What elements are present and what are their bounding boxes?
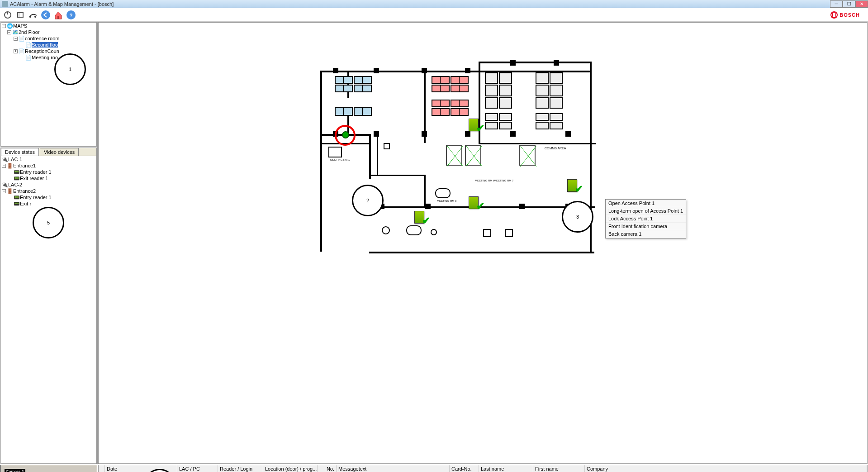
- context-menu[interactable]: Open Access Point 1 Long-term open of Ac…: [605, 199, 686, 238]
- col-last[interactable]: Last name: [479, 465, 533, 472]
- svg-point-5: [34, 16, 36, 18]
- minimize-button[interactable]: ─: [830, 0, 843, 8]
- tree-meeting[interactable]: Meeting roo: [32, 55, 58, 60]
- door-icon: 🚪: [7, 188, 12, 194]
- lac-icon: 🔌: [2, 182, 7, 187]
- svg-rect-2: [18, 13, 23, 17]
- event-header: Date LAC / PC Reader / Login Location (d…: [99, 465, 867, 472]
- map-icon: 📄: [19, 48, 24, 54]
- reader-icon: 📟: [14, 176, 19, 181]
- ctx-lock[interactable]: Lock Access Point 1: [606, 215, 686, 223]
- reader-icon: 📟: [14, 201, 19, 206]
- globe-icon: 🌐: [7, 23, 12, 29]
- tab-device-states[interactable]: Device states: [1, 148, 39, 156]
- back-button[interactable]: [41, 10, 51, 20]
- reader-icon: 📟: [14, 195, 19, 200]
- svg-point-4: [29, 16, 31, 18]
- lac-2[interactable]: LAC-2: [8, 182, 22, 187]
- tree-2nd-floor[interactable]: 2nd Floor: [19, 29, 39, 35]
- collapse-icon[interactable]: −: [2, 24, 6, 28]
- tree-second-floor-selected[interactable]: Second floo: [32, 42, 58, 48]
- window-title: ACAlarm - Alarm & Map Management - [bosc…: [10, 1, 114, 7]
- callout-1: 1: [54, 53, 86, 85]
- label-m6: MEETING RM 6: [475, 179, 494, 182]
- device-tabs: Device states Video devices: [0, 148, 97, 156]
- collapse-icon[interactable]: −: [14, 37, 18, 41]
- tree-root[interactable]: MAPS: [13, 23, 27, 29]
- alarm-device-icon[interactable]: [342, 131, 349, 138]
- camera-view[interactable]: Camera 2 4:44:29 PM 2014/03/21 10:21:42: [0, 465, 97, 472]
- entry-reader-2[interactable]: Entry reader 1: [20, 195, 52, 200]
- door-icon-2[interactable]: [469, 196, 479, 209]
- col-msg[interactable]: Messagetext: [337, 465, 450, 472]
- label-m7: MEETING RM 7: [494, 179, 513, 182]
- map-icon: 📄: [19, 36, 24, 41]
- lac-1[interactable]: LAC-1: [8, 157, 22, 162]
- collapse-icon[interactable]: −: [7, 30, 11, 34]
- close-button[interactable]: ✕: [855, 0, 868, 8]
- entry-reader-1[interactable]: Entry reader 1: [20, 169, 52, 175]
- device-tree[interactable]: 🔌LAC-1 −🚪Entrance1 📟Entry reader 1 📟Exit…: [0, 156, 97, 464]
- col-no[interactable]: No.: [318, 465, 337, 472]
- tab-video-devices[interactable]: Video devices: [40, 148, 79, 156]
- door-icon-3[interactable]: [414, 211, 424, 224]
- app-icon: [2, 1, 8, 7]
- col-loc[interactable]: Location (door) / prog...: [263, 465, 318, 472]
- bosch-logo: BOSCH: [830, 11, 860, 19]
- tool-btn-1[interactable]: [3, 10, 13, 20]
- svg-rect-7: [57, 16, 59, 19]
- entrance-1[interactable]: Entrance1: [13, 163, 36, 168]
- label-m1: MEETING RM 1: [330, 158, 350, 161]
- help-button[interactable]: ?: [66, 10, 76, 20]
- ctx-back-cam[interactable]: Back camera 1: [606, 230, 686, 238]
- maps-tree[interactable]: −🌐MAPS −🗺️2nd Floor −📄confrence room 📄Se…: [0, 22, 97, 147]
- svg-point-6: [41, 10, 50, 19]
- tool-btn-3[interactable]: [28, 10, 38, 20]
- expand-icon[interactable]: +: [14, 49, 18, 53]
- tree-conference[interactable]: confrence room: [25, 36, 59, 41]
- titlebar: ACAlarm - Alarm & Map Management - [bosc…: [0, 0, 868, 8]
- door-icon-1[interactable]: [469, 119, 479, 131]
- callout-3: 3: [562, 201, 593, 233]
- camera-label: Camera 2: [5, 469, 25, 472]
- collapse-icon[interactable]: −: [2, 189, 6, 193]
- maximize-button[interactable]: ❐: [843, 0, 855, 8]
- callout-5: 5: [33, 207, 64, 238]
- svg-rect-1: [7, 12, 8, 14]
- toolbar: ? BOSCH: [0, 8, 868, 22]
- label-m9: MEETING RM 9: [437, 200, 456, 202]
- col-first[interactable]: First name: [533, 465, 585, 472]
- col-card[interactable]: Card-No.: [450, 465, 479, 472]
- exit-reader-1[interactable]: Exit reader 1: [20, 176, 48, 181]
- col-company[interactable]: Company: [585, 465, 867, 472]
- col-lac[interactable]: LAC / PC: [177, 465, 218, 472]
- tree-reception[interactable]: ReceptionCoun: [25, 48, 59, 54]
- map-canvas[interactable]: COMMS AREA MEETING RM 6 MEETING RM 7 MEE…: [98, 22, 868, 464]
- svg-text:?: ?: [70, 13, 73, 18]
- label-comms: COMMS AREA: [545, 147, 566, 150]
- bosch-ring-icon: [830, 11, 838, 19]
- lac-icon: 🔌: [2, 157, 7, 162]
- event-list[interactable]: Date LAC / PC Reader / Login Location (d…: [98, 465, 868, 472]
- entrance-2[interactable]: Entrance2: [13, 188, 36, 194]
- exit-reader-2[interactable]: Exit r: [20, 201, 31, 206]
- collapse-icon[interactable]: −: [2, 164, 6, 168]
- door-icon: 🚪: [7, 163, 12, 168]
- bosch-text: BOSCH: [840, 12, 860, 18]
- map-icon: 🗺️: [12, 29, 18, 35]
- door-icon-4[interactable]: [567, 179, 577, 192]
- ctx-front-cam[interactable]: Front Identification camera: [606, 223, 686, 230]
- col-reader[interactable]: Reader / Login: [218, 465, 263, 472]
- tool-btn-2[interactable]: [15, 10, 25, 20]
- callout-2: 2: [352, 185, 384, 216]
- ctx-open[interactable]: Open Access Point 1: [606, 200, 686, 207]
- map-icon: 📄: [25, 42, 31, 48]
- map-icon: 📄: [25, 55, 31, 60]
- reader-icon: 📟: [14, 169, 19, 175]
- ctx-longterm[interactable]: Long-term open of Access Point 1: [606, 207, 686, 215]
- home-button[interactable]: [53, 10, 63, 20]
